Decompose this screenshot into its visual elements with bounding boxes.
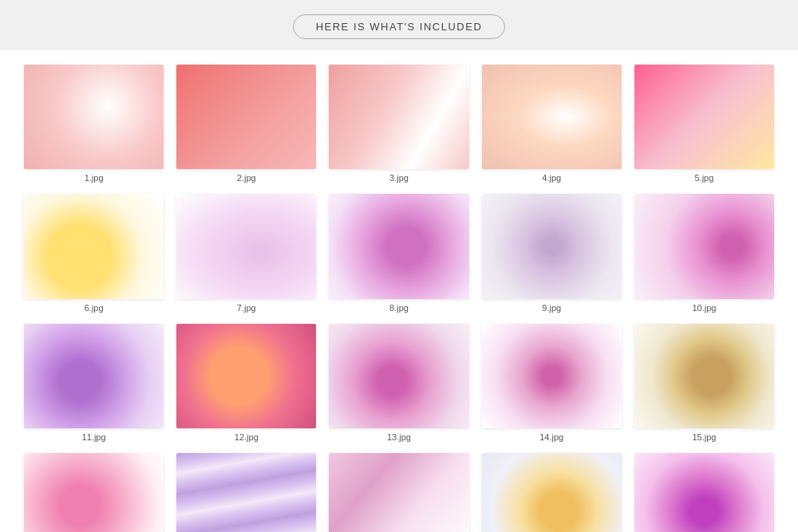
thumbnail-label-6: 6.jpg xyxy=(85,303,104,313)
gallery-item-3: 3.jpg xyxy=(329,65,468,183)
gallery-item-13: 13.jpg xyxy=(329,324,468,442)
badge-label: HERE IS WHAT'S INCLUDED xyxy=(316,21,483,33)
thumbnail-14 xyxy=(482,324,622,428)
thumbnail-label-9: 9.jpg xyxy=(542,303,561,313)
thumbnail-label-5: 5.jpg xyxy=(694,173,713,183)
gallery-item-9: 9.jpg xyxy=(482,194,622,312)
gallery-item-16: 16.jpg xyxy=(24,453,164,532)
thumbnail-label-4: 4.jpg xyxy=(542,173,561,183)
gallery-item-1: 1.jpg xyxy=(24,65,164,183)
thumbnail-label-2: 2.jpg xyxy=(237,173,256,183)
thumbnail-label-8: 8.jpg xyxy=(389,303,409,313)
gallery-item-2: 2.jpg xyxy=(176,65,316,183)
thumbnail-12 xyxy=(176,324,316,428)
thumbnail-18 xyxy=(329,453,468,532)
thumbnail-5 xyxy=(634,65,774,169)
thumbnail-label-11: 11.jpg xyxy=(82,432,106,442)
thumbnail-label-14: 14.jpg xyxy=(539,432,563,442)
gallery-item-15: 15.jpg xyxy=(634,324,774,442)
thumbnail-15 xyxy=(634,324,774,428)
thumbnail-1 xyxy=(24,65,164,169)
thumbnail-label-1: 1.jpg xyxy=(85,173,104,183)
gallery-item-14: 14.jpg xyxy=(482,324,622,442)
thumbnail-17 xyxy=(176,453,316,532)
thumbnail-label-12: 12.jpg xyxy=(235,432,259,442)
gallery-item-7: 7.jpg xyxy=(176,194,316,312)
thumbnail-7 xyxy=(176,194,316,298)
thumbnail-label-10: 10.jpg xyxy=(692,303,716,313)
page-header: HERE IS WHAT'S INCLUDED xyxy=(0,0,798,50)
gallery-item-10: 10.jpg xyxy=(634,194,774,312)
gallery-item-18: 18.jpg xyxy=(329,453,468,532)
thumbnail-11 xyxy=(24,324,164,428)
gallery-item-20: 20.jpg xyxy=(634,453,774,532)
thumbnail-2 xyxy=(176,65,316,169)
thumbnail-8 xyxy=(329,194,468,298)
thumbnail-4 xyxy=(482,65,622,169)
thumbnail-label-7: 7.jpg xyxy=(237,303,256,313)
gallery-item-8: 8.jpg xyxy=(329,194,468,312)
gallery-item-17: 17.jpg xyxy=(176,453,316,532)
gallery-item-19: 19.jpg xyxy=(482,453,622,532)
thumbnail-label-3: 3.jpg xyxy=(389,173,409,183)
thumbnail-9 xyxy=(482,194,622,298)
thumbnail-20 xyxy=(634,453,774,532)
gallery-item-12: 12.jpg xyxy=(176,324,316,442)
included-badge: HERE IS WHAT'S INCLUDED xyxy=(293,14,506,39)
thumbnail-16 xyxy=(24,453,164,532)
thumbnail-label-15: 15.jpg xyxy=(692,432,716,442)
gallery-item-4: 4.jpg xyxy=(482,65,622,183)
gallery-grid: 1.jpg2.jpg3.jpg4.jpg5.jpg6.jpg7.jpg8.jpg… xyxy=(24,65,774,532)
gallery-item-5: 5.jpg xyxy=(634,65,774,183)
thumbnail-6 xyxy=(24,194,164,298)
thumbnail-19 xyxy=(482,453,622,532)
gallery-container: 1.jpg2.jpg3.jpg4.jpg5.jpg6.jpg7.jpg8.jpg… xyxy=(0,50,798,532)
thumbnail-10 xyxy=(634,194,774,298)
gallery-item-11: 11.jpg xyxy=(24,324,164,442)
thumbnail-label-13: 13.jpg xyxy=(387,432,411,442)
thumbnail-3 xyxy=(329,65,468,169)
thumbnail-13 xyxy=(329,324,468,428)
gallery-item-6: 6.jpg xyxy=(24,194,164,312)
